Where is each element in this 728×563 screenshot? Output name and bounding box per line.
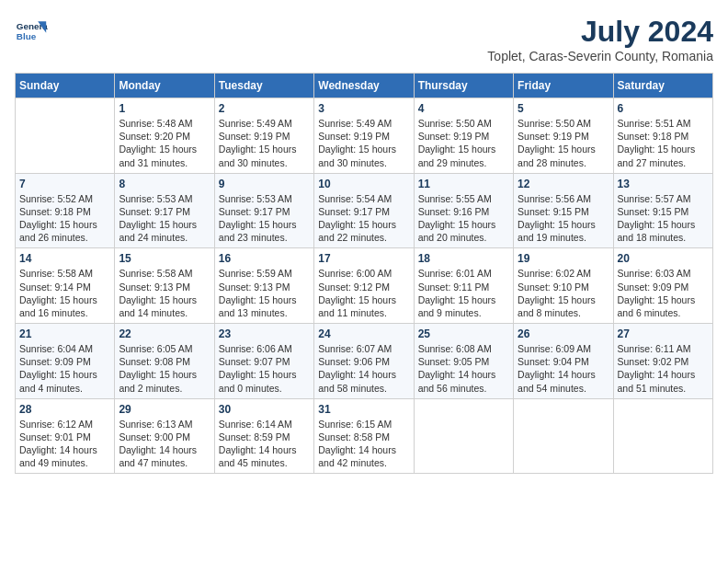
calendar-header-thursday: Thursday — [414, 74, 513, 98]
calendar-header-friday: Friday — [514, 74, 613, 98]
day-info: Sunrise: 5:53 AM Sunset: 9:17 PM Dayligh… — [219, 192, 310, 245]
calendar-header-monday: Monday — [115, 74, 214, 98]
day-info: Sunrise: 5:57 AM Sunset: 9:15 PM Dayligh… — [618, 192, 709, 245]
day-number: 26 — [518, 327, 609, 340]
day-info: Sunrise: 5:50 AM Sunset: 9:19 PM Dayligh… — [518, 117, 609, 169]
day-info: Sunrise: 6:04 AM Sunset: 9:09 PM Dayligh… — [19, 342, 110, 395]
day-number: 14 — [19, 252, 110, 265]
day-number: 23 — [219, 327, 310, 340]
day-number: 28 — [19, 403, 110, 416]
brand-logo: General Blue — [15, 15, 48, 48]
day-info: Sunrise: 5:55 AM Sunset: 9:16 PM Dayligh… — [418, 192, 509, 245]
calendar-cell — [613, 398, 712, 474]
svg-text:Blue: Blue — [17, 31, 37, 41]
calendar-cell: 14Sunrise: 5:58 AM Sunset: 9:14 PM Dayli… — [16, 248, 115, 324]
day-number: 22 — [119, 327, 210, 340]
day-info: Sunrise: 5:49 AM Sunset: 9:19 PM Dayligh… — [219, 117, 310, 169]
day-number: 17 — [318, 252, 409, 265]
day-number: 29 — [119, 403, 210, 416]
main-title: July 2024 — [487, 15, 713, 49]
day-info: Sunrise: 6:08 AM Sunset: 9:05 PM Dayligh… — [418, 342, 509, 395]
day-info: Sunrise: 5:59 AM Sunset: 9:13 PM Dayligh… — [219, 267, 310, 319]
day-info: Sunrise: 6:09 AM Sunset: 9:04 PM Dayligh… — [518, 342, 609, 395]
calendar-cell: 9Sunrise: 5:53 AM Sunset: 9:17 PM Daylig… — [214, 173, 313, 248]
day-info: Sunrise: 6:15 AM Sunset: 8:58 PM Dayligh… — [318, 418, 409, 470]
calendar-cell: 13Sunrise: 5:57 AM Sunset: 9:15 PM Dayli… — [613, 173, 712, 248]
day-number: 5 — [518, 102, 609, 115]
day-info: Sunrise: 5:58 AM Sunset: 9:14 PM Dayligh… — [19, 267, 110, 319]
calendar-cell: 30Sunrise: 6:14 AM Sunset: 8:59 PM Dayli… — [214, 398, 313, 474]
day-number: 25 — [418, 327, 509, 340]
calendar-cell: 19Sunrise: 6:02 AM Sunset: 9:10 PM Dayli… — [514, 248, 613, 324]
calendar-week-row: 1Sunrise: 5:48 AM Sunset: 9:20 PM Daylig… — [16, 98, 713, 174]
calendar-header-wednesday: Wednesday — [314, 74, 414, 98]
calendar-header-saturday: Saturday — [613, 74, 712, 98]
day-number: 15 — [119, 252, 210, 265]
calendar-cell: 22Sunrise: 6:05 AM Sunset: 9:08 PM Dayli… — [115, 324, 214, 399]
calendar-week-row: 14Sunrise: 5:58 AM Sunset: 9:14 PM Dayli… — [16, 248, 713, 324]
calendar-cell: 16Sunrise: 5:59 AM Sunset: 9:13 PM Dayli… — [214, 248, 313, 324]
day-number: 11 — [418, 178, 509, 190]
day-number: 6 — [618, 102, 709, 115]
subtitle: Toplet, Caras-Severin County, Romania — [487, 49, 713, 63]
day-number: 1 — [119, 102, 210, 115]
calendar-header-sunday: Sunday — [16, 74, 115, 98]
day-number: 4 — [418, 102, 509, 115]
calendar-cell: 12Sunrise: 5:56 AM Sunset: 9:15 PM Dayli… — [514, 173, 613, 248]
day-info: Sunrise: 5:51 AM Sunset: 9:18 PM Dayligh… — [618, 117, 709, 169]
day-number: 16 — [219, 252, 310, 265]
day-info: Sunrise: 6:07 AM Sunset: 9:06 PM Dayligh… — [318, 342, 409, 395]
calendar-cell: 29Sunrise: 6:13 AM Sunset: 9:00 PM Dayli… — [115, 398, 214, 474]
calendar-cell: 8Sunrise: 5:53 AM Sunset: 9:17 PM Daylig… — [115, 173, 214, 248]
calendar-week-row: 7Sunrise: 5:52 AM Sunset: 9:18 PM Daylig… — [16, 173, 713, 248]
day-info: Sunrise: 6:06 AM Sunset: 9:07 PM Dayligh… — [219, 342, 310, 395]
calendar-cell: 3Sunrise: 5:49 AM Sunset: 9:19 PM Daylig… — [314, 98, 414, 174]
day-info: Sunrise: 5:54 AM Sunset: 9:17 PM Dayligh… — [318, 192, 409, 245]
day-info: Sunrise: 6:00 AM Sunset: 9:12 PM Dayligh… — [318, 267, 409, 319]
calendar-header-row: SundayMondayTuesdayWednesdayThursdayFrid… — [16, 74, 713, 98]
day-info: Sunrise: 5:53 AM Sunset: 9:17 PM Dayligh… — [119, 192, 210, 245]
day-number: 18 — [418, 252, 509, 265]
calendar-cell: 6Sunrise: 5:51 AM Sunset: 9:18 PM Daylig… — [613, 98, 712, 174]
day-info: Sunrise: 6:03 AM Sunset: 9:09 PM Dayligh… — [618, 267, 709, 319]
calendar-cell: 21Sunrise: 6:04 AM Sunset: 9:09 PM Dayli… — [16, 324, 115, 399]
day-number: 12 — [518, 178, 609, 190]
day-info: Sunrise: 6:01 AM Sunset: 9:11 PM Dayligh… — [418, 267, 509, 319]
calendar-cell: 28Sunrise: 6:12 AM Sunset: 9:01 PM Dayli… — [16, 398, 115, 474]
day-info: Sunrise: 5:58 AM Sunset: 9:13 PM Dayligh… — [119, 267, 210, 319]
day-number: 7 — [19, 178, 110, 190]
page-header: General Blue July 2024 Toplet, Caras-Sev… — [15, 15, 713, 63]
day-number: 21 — [19, 327, 110, 340]
calendar-cell: 4Sunrise: 5:50 AM Sunset: 9:19 PM Daylig… — [414, 98, 513, 174]
day-number: 9 — [219, 178, 310, 190]
calendar-cell: 18Sunrise: 6:01 AM Sunset: 9:11 PM Dayli… — [414, 248, 513, 324]
calendar-cell: 7Sunrise: 5:52 AM Sunset: 9:18 PM Daylig… — [16, 173, 115, 248]
calendar-cell: 17Sunrise: 6:00 AM Sunset: 9:12 PM Dayli… — [314, 248, 414, 324]
calendar-cell: 1Sunrise: 5:48 AM Sunset: 9:20 PM Daylig… — [115, 98, 214, 174]
day-info: Sunrise: 6:14 AM Sunset: 8:59 PM Dayligh… — [219, 418, 310, 470]
calendar-header-tuesday: Tuesday — [214, 74, 313, 98]
day-info: Sunrise: 5:50 AM Sunset: 9:19 PM Dayligh… — [418, 117, 509, 169]
day-number: 20 — [618, 252, 709, 265]
day-info: Sunrise: 6:12 AM Sunset: 9:01 PM Dayligh… — [19, 418, 110, 470]
calendar-cell: 11Sunrise: 5:55 AM Sunset: 9:16 PM Dayli… — [414, 173, 513, 248]
day-number: 10 — [318, 178, 409, 190]
calendar-cell: 31Sunrise: 6:15 AM Sunset: 8:58 PM Dayli… — [314, 398, 414, 474]
calendar-cell: 25Sunrise: 6:08 AM Sunset: 9:05 PM Dayli… — [414, 324, 513, 399]
day-info: Sunrise: 6:05 AM Sunset: 9:08 PM Dayligh… — [119, 342, 210, 395]
day-info: Sunrise: 5:49 AM Sunset: 9:19 PM Dayligh… — [318, 117, 409, 169]
calendar-cell: 26Sunrise: 6:09 AM Sunset: 9:04 PM Dayli… — [514, 324, 613, 399]
calendar-week-row: 28Sunrise: 6:12 AM Sunset: 9:01 PM Dayli… — [16, 398, 713, 474]
day-info: Sunrise: 6:13 AM Sunset: 9:00 PM Dayligh… — [119, 418, 210, 470]
day-number: 31 — [318, 403, 409, 416]
day-info: Sunrise: 5:48 AM Sunset: 9:20 PM Dayligh… — [119, 117, 210, 169]
calendar-cell: 15Sunrise: 5:58 AM Sunset: 9:13 PM Dayli… — [115, 248, 214, 324]
day-number: 3 — [318, 102, 409, 115]
logo-icon: General Blue — [15, 15, 48, 48]
day-number: 27 — [618, 327, 709, 340]
calendar-cell — [16, 98, 115, 174]
title-block: July 2024 Toplet, Caras-Severin County, … — [487, 15, 713, 63]
day-info: Sunrise: 5:56 AM Sunset: 9:15 PM Dayligh… — [518, 192, 609, 245]
calendar-cell: 2Sunrise: 5:49 AM Sunset: 9:19 PM Daylig… — [214, 98, 313, 174]
day-info: Sunrise: 5:52 AM Sunset: 9:18 PM Dayligh… — [19, 192, 110, 245]
